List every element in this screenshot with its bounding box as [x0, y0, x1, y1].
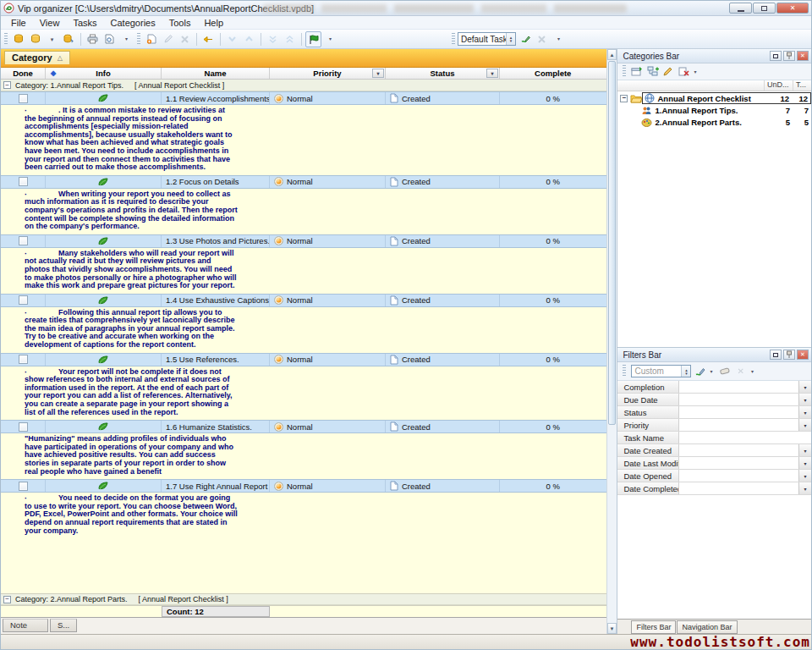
column-header-complete[interactable]: Complete	[500, 68, 606, 79]
column-header-status[interactable]: Status ▾	[386, 68, 500, 79]
categories-toolbar-dropdown[interactable]: ▾	[694, 69, 696, 74]
complete-task-icon[interactable]	[200, 31, 217, 47]
task-priority-cell[interactable]: Normal	[270, 176, 386, 188]
open-database-dropdown[interactable]: ▾	[44, 31, 60, 47]
print-preview-icon[interactable]	[102, 31, 118, 47]
task-row[interactable]: 1.4 Use Exhaustive Captions Normal Creat…	[1, 294, 606, 307]
task-status-cell[interactable]: Created	[386, 235, 500, 247]
task-status-cell[interactable]: Created	[386, 354, 500, 366]
collapse-tree-icon[interactable]: −	[620, 95, 628, 102]
filter-value-field[interactable]	[679, 444, 798, 456]
column-total[interactable]: T...	[793, 80, 811, 91]
filter-value-field[interactable]	[679, 432, 798, 443]
clear-view-icon[interactable]	[534, 31, 550, 47]
task-row[interactable]: 1.1 Review Accomplishments First Normal …	[1, 91, 606, 105]
clear-filter-icon[interactable]	[719, 367, 731, 376]
column-header-done[interactable]: Done	[1, 68, 46, 79]
column-undone[interactable]: UnD...	[764, 80, 793, 91]
combobox-spinner[interactable]: ▴▾	[681, 366, 690, 377]
done-checkbox[interactable]	[19, 482, 28, 491]
move-up-icon[interactable]	[241, 31, 257, 47]
task-priority-cell[interactable]: Normal	[270, 421, 386, 432]
tab-filters-bar[interactable]: Filters Bar	[631, 620, 676, 634]
filters-toolbar-dropdown[interactable]: ▾	[751, 369, 754, 374]
task-priority-cell[interactable]: Normal	[270, 480, 386, 492]
panel-restore-button[interactable]	[770, 51, 782, 61]
grid-vertical-scrollbar[interactable]: ▲ ▼	[606, 49, 617, 634]
collapse-group-icon[interactable]: −	[3, 596, 11, 603]
filter-dropdown-button[interactable]: ▾	[798, 406, 811, 418]
task-view-combobox[interactable]: Default Task V ▴▾	[458, 32, 516, 46]
task-priority-cell[interactable]: Normal	[270, 295, 386, 306]
tab-s[interactable]: S...	[50, 619, 77, 632]
column-header-priority[interactable]: Priority ▾	[270, 68, 386, 79]
done-checkbox[interactable]	[19, 177, 28, 186]
task-priority-cell[interactable]: Normal	[270, 92, 386, 104]
toolbar-grip[interactable]	[4, 33, 8, 46]
edit-category-icon[interactable]	[663, 66, 675, 77]
edit-task-icon[interactable]	[160, 31, 176, 47]
tab-note[interactable]: Note	[3, 619, 48, 632]
filter-dropdown-button[interactable]: ▾	[798, 444, 811, 456]
task-name-cell[interactable]: 1.5 Use References.	[162, 354, 270, 366]
done-checkbox[interactable]	[19, 295, 28, 305]
done-checkbox[interactable]	[19, 422, 28, 432]
panel-restore-button[interactable]	[770, 350, 782, 360]
toolbar-grip-3[interactable]	[452, 33, 455, 46]
column-header-name[interactable]: Name	[162, 68, 270, 79]
toolbar-grip[interactable]	[623, 365, 626, 377]
filter-preset-combobox[interactable]: Custom ▴▾	[631, 365, 691, 377]
menu-view[interactable]: View	[33, 16, 67, 30]
filter-dropdown-button[interactable]: ▾	[798, 457, 811, 469]
task-row[interactable]: 1.7 Use Right Annual Report Normal Creat…	[1, 479, 606, 493]
task-status-cell[interactable]: Created	[386, 421, 500, 432]
task-status-cell[interactable]: Created	[386, 176, 500, 188]
apply-filter-dropdown[interactable]: ▾	[710, 369, 712, 374]
task-priority-cell[interactable]: Normal	[270, 235, 386, 247]
column-header-info[interactable]: ◆ Info	[46, 68, 162, 79]
filter-value-field[interactable]	[679, 381, 798, 393]
task-priority-cell[interactable]: Normal	[270, 354, 386, 366]
apply-filter-icon[interactable]	[694, 366, 706, 377]
filter-value-field[interactable]	[679, 482, 798, 494]
delete-category-icon[interactable]	[678, 66, 690, 77]
menu-help[interactable]: Help	[197, 16, 230, 30]
task-status-cell[interactable]: Created	[386, 92, 500, 104]
filter-dropdown-button[interactable]: ▾	[798, 381, 811, 393]
menu-tools[interactable]: Tools	[162, 16, 198, 30]
close-button[interactable]: ✕	[776, 3, 809, 14]
task-row[interactable]: 1.2 Focus on Details Normal Created 0 %	[1, 175, 606, 189]
move-down-icon[interactable]	[224, 31, 240, 47]
group-row-1[interactable]: − Category: 1.Annual Report Tips. [ Annu…	[1, 80, 606, 91]
go-flag-icon[interactable]	[305, 31, 321, 47]
task-name-cell[interactable]: 1.3 Use Photos and Pictures.	[162, 235, 270, 247]
filter-value-field[interactable]	[679, 394, 798, 405]
panel-close-button[interactable]: ✕	[797, 51, 809, 61]
new-subcategory-icon[interactable]	[647, 66, 660, 77]
task-row[interactable]: 1.5 Use References. Normal Created 0 %	[1, 353, 606, 366]
tab-navigation-bar[interactable]: Navigation Bar	[677, 620, 737, 634]
new-category-icon[interactable]	[631, 66, 644, 77]
delete-filter-icon[interactable]: ✕	[737, 366, 743, 376]
panel-pin-button[interactable]	[783, 350, 795, 360]
menu-tasks[interactable]: Tasks	[66, 16, 103, 30]
filter-value-field[interactable]	[679, 457, 798, 469]
move-bottom-icon[interactable]	[265, 31, 281, 47]
group-row-2[interactable]: − Category: 2.Annual Report Parts. [ Ann…	[1, 593, 606, 605]
task-status-cell[interactable]: Created	[386, 295, 500, 306]
filter-value-field[interactable]	[679, 406, 798, 418]
tree-item-annual-report-tips[interactable]: 1.Annual Report Tips. 7 7	[617, 104, 811, 116]
print-dropdown[interactable]: ▾	[118, 31, 134, 47]
task-name-cell[interactable]: 1.2 Focus on Details	[162, 176, 270, 188]
filter-value-field[interactable]	[679, 470, 798, 482]
group-by-category-button[interactable]: Category △	[4, 51, 70, 64]
task-name-cell[interactable]: 1.1 Review Accomplishments First	[162, 92, 270, 104]
toolbar-grip[interactable]	[623, 65, 626, 78]
task-name-cell[interactable]: 1.6 Humanize Statistics.	[162, 421, 270, 432]
go-flag-dropdown[interactable]: ▾	[322, 31, 338, 47]
filter-dropdown-button[interactable]: ▾	[798, 470, 811, 482]
new-task-icon[interactable]	[143, 31, 159, 47]
toolbar-grip-2[interactable]	[137, 33, 140, 46]
apply-view-icon[interactable]	[517, 31, 533, 47]
collapse-group-icon[interactable]: −	[3, 81, 11, 89]
